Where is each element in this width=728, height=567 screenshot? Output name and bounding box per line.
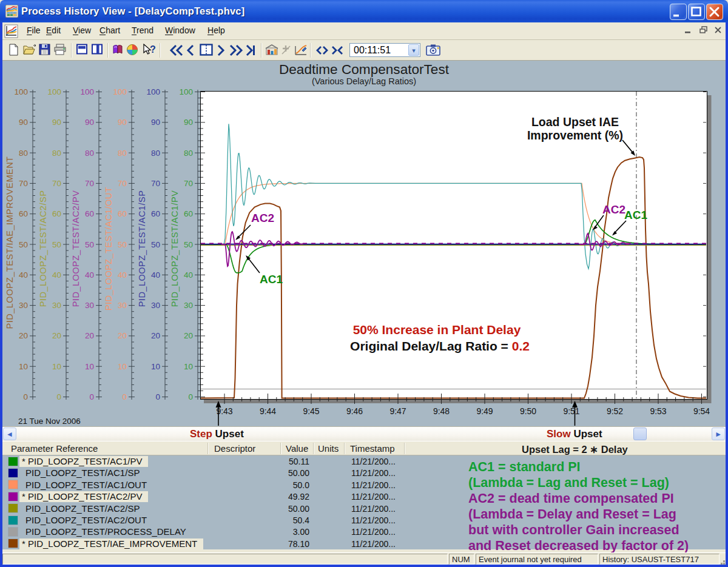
svg-text:90: 90 — [85, 118, 94, 127]
svg-text:9:53: 9:53 — [650, 406, 666, 416]
svg-text:Original Delay/Lag Ratio = 0.2: Original Delay/Lag Ratio = 0.2 — [350, 339, 530, 353]
svg-text:10: 10 — [118, 362, 127, 371]
svg-text:60: 60 — [118, 209, 127, 218]
svg-text:0: 0 — [188, 392, 193, 401]
svg-text:21 Tue Nov 2006: 21 Tue Nov 2006 — [18, 417, 81, 426]
svg-text:60: 60 — [19, 209, 28, 218]
svg-text:10: 10 — [52, 362, 61, 371]
svg-text:70: 70 — [118, 179, 127, 188]
svg-text:30: 30 — [184, 301, 193, 310]
svg-text:90: 90 — [184, 118, 193, 127]
svg-text:AC2: AC2 — [251, 212, 274, 224]
svg-text:9:45: 9:45 — [303, 406, 319, 416]
svg-text:0: 0 — [122, 392, 127, 401]
svg-text:10: 10 — [184, 362, 193, 371]
svg-text:?: ? — [150, 44, 156, 55]
svg-text:9:49: 9:49 — [476, 406, 493, 416]
svg-text:100: 100 — [146, 87, 160, 96]
svg-text:0: 0 — [23, 392, 28, 401]
svg-text:50: 50 — [184, 240, 193, 249]
svg-text:PID_LOOPZ_TEST/AC1/SP: PID_LOOPZ_TEST/AC1/SP — [137, 190, 147, 307]
svg-text:20: 20 — [151, 331, 160, 340]
svg-text:100: 100 — [14, 87, 28, 96]
svg-text:10: 10 — [19, 362, 28, 371]
svg-text:30: 30 — [85, 301, 94, 310]
svg-text:30: 30 — [19, 301, 28, 310]
svg-text:AC1: AC1 — [624, 209, 647, 221]
svg-text:10: 10 — [85, 362, 94, 371]
svg-text:9:47: 9:47 — [389, 406, 406, 416]
svg-text:30: 30 — [52, 301, 61, 310]
svg-text:100: 100 — [80, 87, 94, 96]
svg-text:PID_LOOPZ_TEST/AC2/SP: PID_LOOPZ_TEST/AC2/SP — [38, 190, 48, 307]
svg-text:50: 50 — [19, 240, 28, 249]
svg-text:100: 100 — [113, 87, 127, 96]
svg-text:9:51: 9:51 — [563, 406, 579, 416]
svg-text:40: 40 — [151, 270, 160, 280]
svg-text:PID_LOOPZ_TEST/AC1/OUT: PID_LOOPZ_TEST/AC1/OUT — [104, 187, 113, 310]
svg-text:20: 20 — [85, 331, 94, 340]
svg-text:60: 60 — [85, 209, 94, 218]
svg-text:20: 20 — [19, 331, 28, 340]
svg-text:PID_LOOPZ_TEST/AC2/PV: PID_LOOPZ_TEST/AC2/PV — [71, 190, 81, 307]
svg-text:70: 70 — [85, 179, 94, 188]
svg-text:80: 80 — [19, 149, 28, 158]
svg-text:50: 50 — [118, 240, 127, 249]
svg-text:9:46: 9:46 — [346, 406, 363, 416]
svg-text:0: 0 — [155, 392, 160, 401]
svg-text:60: 60 — [151, 209, 160, 218]
svg-text:50: 50 — [151, 240, 160, 249]
svg-text:9:44: 9:44 — [260, 406, 276, 416]
svg-text:80: 80 — [52, 149, 61, 158]
svg-text:40: 40 — [85, 270, 94, 280]
svg-text:10: 10 — [151, 362, 160, 371]
svg-text:80: 80 — [184, 149, 193, 158]
svg-text:100: 100 — [47, 87, 61, 96]
svg-text:0: 0 — [89, 392, 94, 401]
svg-text:9:54: 9:54 — [693, 406, 710, 416]
svg-text:9:52: 9:52 — [607, 406, 623, 416]
svg-text:0: 0 — [56, 392, 61, 401]
svg-text:9:50: 9:50 — [520, 406, 536, 416]
svg-text:(Various Delay/Lag Ratios): (Various Delay/Lag Ratios) — [312, 76, 416, 86]
svg-text:60: 60 — [52, 209, 61, 218]
svg-text:90: 90 — [19, 118, 28, 127]
svg-text:50: 50 — [85, 240, 94, 249]
svg-text:Improvement (%): Improvement (%) — [527, 129, 623, 142]
svg-text:70: 70 — [151, 179, 160, 188]
svg-text:40: 40 — [184, 270, 193, 280]
svg-text:30: 30 — [151, 301, 160, 310]
svg-text:20: 20 — [118, 331, 127, 340]
svg-text:40: 40 — [19, 270, 28, 280]
svg-text:Deadtime CompensatorTest: Deadtime CompensatorTest — [279, 62, 450, 77]
svg-text:70: 70 — [184, 179, 193, 188]
svg-text:50: 50 — [52, 240, 61, 249]
svg-text:80: 80 — [118, 149, 127, 158]
svg-text:60: 60 — [184, 209, 193, 218]
svg-text:40: 40 — [118, 270, 127, 280]
svg-text:90: 90 — [118, 118, 127, 127]
svg-text:30: 30 — [118, 301, 127, 310]
svg-text:90: 90 — [151, 118, 160, 127]
svg-text:80: 80 — [151, 149, 160, 158]
svg-text:50% Increase in Plant Delay: 50% Increase in Plant Delay — [353, 323, 521, 337]
svg-text:AC1: AC1 — [260, 273, 283, 286]
svg-text:70: 70 — [52, 179, 61, 188]
svg-text:40: 40 — [52, 270, 61, 280]
svg-text:PID_LOOPZ_TEST/AC1/PV: PID_LOOPZ_TEST/AC1/PV — [170, 190, 180, 307]
svg-text:PID_LOOPZ_TEST/IAE_IMPROVEMENT: PID_LOOPZ_TEST/IAE_IMPROVEMENT — [5, 156, 15, 329]
svg-text:AC2: AC2 — [602, 203, 625, 216]
svg-text:Load Upset IAE: Load Upset IAE — [531, 115, 619, 129]
svg-text:100: 100 — [179, 87, 193, 96]
svg-text:20: 20 — [52, 331, 61, 340]
svg-text:20: 20 — [184, 331, 193, 340]
svg-text:90: 90 — [52, 118, 61, 127]
svg-text:9:48: 9:48 — [433, 406, 450, 416]
svg-text:80: 80 — [85, 149, 94, 158]
svg-text:70: 70 — [19, 179, 28, 188]
